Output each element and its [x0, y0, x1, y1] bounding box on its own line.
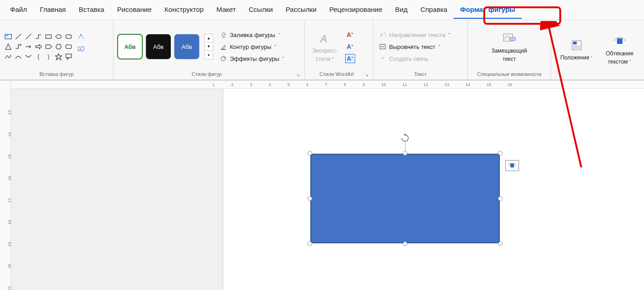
- handle-top-left[interactable]: [308, 151, 312, 156]
- shape-triangle-icon[interactable]: [4, 42, 13, 51]
- preset-black[interactable]: Абв: [146, 34, 171, 59]
- shape-brace-l-icon[interactable]: {: [34, 52, 43, 61]
- shape-connector-icon[interactable]: [34, 32, 43, 41]
- shape-rect-icon[interactable]: [44, 32, 53, 41]
- group-text: A Направление текста Выровнять текст Соз…: [373, 20, 468, 80]
- shape-roundrect2-icon[interactable]: [64, 42, 73, 51]
- tab-references[interactable]: Ссылки: [242, 1, 279, 19]
- group-label-shape-styles: Стили фигур: [117, 70, 296, 79]
- handle-bottom-left[interactable]: [308, 242, 312, 246]
- shape-outline-button[interactable]: Контур фигуры: [218, 42, 286, 51]
- text-direction-label: Направление текста: [389, 32, 445, 38]
- position-label: Положение: [560, 54, 593, 61]
- shape-rectangle[interactable]: [310, 154, 500, 243]
- create-link-label: Создать связь: [389, 55, 428, 62]
- tab-draw[interactable]: Рисование: [111, 1, 158, 19]
- shape-hexagon-icon[interactable]: [54, 42, 63, 51]
- handle-left[interactable]: [308, 196, 312, 201]
- paint-bucket-icon: [220, 31, 227, 38]
- wordart-launcher[interactable]: ↘: [365, 72, 369, 77]
- shape-line-icon[interactable]: [14, 32, 23, 41]
- group-label-wordart: Стили WordArt: [308, 70, 365, 79]
- gallery-up-icon[interactable]: ▲: [205, 34, 213, 43]
- text-fill-button[interactable]: A: [345, 30, 355, 39]
- selected-shape[interactable]: [310, 154, 500, 243]
- tab-insert[interactable]: Вставка: [72, 1, 111, 19]
- wrap-text-icon: [612, 34, 627, 48]
- shape-line2-icon[interactable]: [24, 32, 33, 41]
- group-arrange: Положение Обтекание текстом: [551, 20, 643, 80]
- layout-options-button[interactable]: [505, 160, 519, 171]
- position-button[interactable]: Положение: [557, 36, 596, 63]
- create-link-button[interactable]: Создать связь: [377, 54, 452, 63]
- shape-effects-button[interactable]: Эффекты фигуры: [218, 54, 286, 63]
- svg-rect-27: [617, 38, 622, 44]
- tab-shape-format[interactable]: Формат фигуры: [454, 1, 521, 19]
- shape-callout-icon[interactable]: [64, 52, 73, 61]
- shape-textbox-icon[interactable]: [4, 32, 13, 41]
- shape-freeform-icon[interactable]: [4, 52, 13, 61]
- text-outline-button[interactable]: A: [345, 42, 355, 51]
- wordart-icon: A: [318, 31, 332, 46]
- align-text-icon: [379, 43, 386, 50]
- shape-star-icon[interactable]: [54, 52, 63, 61]
- tab-file[interactable]: Файл: [4, 1, 33, 19]
- tab-review[interactable]: Рецензирование: [323, 1, 389, 19]
- svg-rect-8: [66, 54, 71, 58]
- preset-blue[interactable]: Абв: [174, 34, 200, 59]
- handle-top[interactable]: [403, 151, 407, 156]
- wrap-text-button[interactable]: Обтекание текстом: [602, 32, 637, 67]
- svg-rect-24: [573, 42, 577, 44]
- handle-bottom[interactable]: [403, 242, 407, 246]
- align-text-button[interactable]: Выровнять текст: [377, 42, 452, 51]
- shape-arrow-block-icon[interactable]: [34, 42, 43, 51]
- shape-arc-icon[interactable]: [14, 52, 23, 61]
- shape-brace-r-icon[interactable]: }: [44, 52, 53, 61]
- gallery-scroll[interactable]: ▲ ▼ ▾: [204, 34, 213, 59]
- shape-fill-button[interactable]: Заливка фигуры: [218, 30, 286, 39]
- shape-curve-icon[interactable]: [24, 52, 33, 61]
- handle-bottom-right[interactable]: [498, 242, 503, 246]
- shape-arrow-right-icon[interactable]: [24, 42, 33, 51]
- preset-outline[interactable]: Абв: [117, 34, 143, 59]
- svg-rect-7: [66, 45, 71, 48]
- wordart-quick-styles-button[interactable]: A Экспресс- стили: [308, 29, 341, 64]
- shapes-gallery[interactable]: { }: [4, 32, 73, 61]
- gallery-down-icon[interactable]: ▼: [205, 43, 213, 51]
- link-icon: [379, 55, 386, 62]
- rotate-handle-icon[interactable]: [400, 134, 410, 143]
- tab-home[interactable]: Главная: [33, 1, 72, 19]
- shape-roundrect-icon[interactable]: [64, 32, 73, 41]
- text-effects-button[interactable]: A: [345, 54, 355, 63]
- handle-top-right[interactable]: [498, 151, 503, 156]
- gallery-more-icon[interactable]: ▾: [205, 51, 213, 59]
- layout-options-icon: [508, 162, 517, 169]
- group-accessibility: Замещающий текст Специальные возможности: [468, 20, 551, 80]
- shape-elbow-icon[interactable]: [14, 42, 23, 51]
- alt-text-label-2: текст: [503, 56, 516, 62]
- group-label-arrange: [555, 76, 639, 79]
- handle-right[interactable]: [498, 196, 503, 201]
- shape-pentagon-icon[interactable]: [44, 42, 53, 51]
- shape-fill-label: Заливка фигуры: [230, 32, 275, 38]
- ribbon: { } A Вставка фигур Абв Абв Абв ▲: [0, 20, 644, 81]
- group-label-insert-shapes: Вставка фигур: [4, 70, 109, 79]
- tab-design[interactable]: Конструктор: [158, 1, 210, 19]
- tab-layout[interactable]: Макет: [210, 1, 242, 19]
- wrap-label-2: текстом: [608, 59, 632, 65]
- tab-help[interactable]: Справка: [414, 1, 454, 19]
- svg-line-2: [16, 34, 21, 39]
- shape-oval-icon[interactable]: [54, 32, 63, 41]
- tab-view[interactable]: Вид: [389, 1, 414, 19]
- text-direction-button[interactable]: A Направление текста: [377, 30, 452, 39]
- svg-point-5: [56, 35, 61, 38]
- ribbon-tabs: Файл Главная Вставка Рисование Конструкт…: [0, 0, 644, 20]
- edit-shape-button[interactable]: [76, 32, 86, 42]
- alt-text-button[interactable]: Замещающий текст: [488, 29, 531, 64]
- text-box-button[interactable]: A: [76, 44, 86, 54]
- group-wordart-styles: A Экспресс- стили A A A Стили WordArt ↘: [305, 20, 373, 80]
- tab-mailings[interactable]: Рассылки: [279, 1, 323, 19]
- svg-rect-6: [66, 35, 71, 38]
- shape-style-gallery[interactable]: Абв Абв Абв: [117, 34, 200, 59]
- shape-styles-launcher[interactable]: ↘: [296, 72, 301, 77]
